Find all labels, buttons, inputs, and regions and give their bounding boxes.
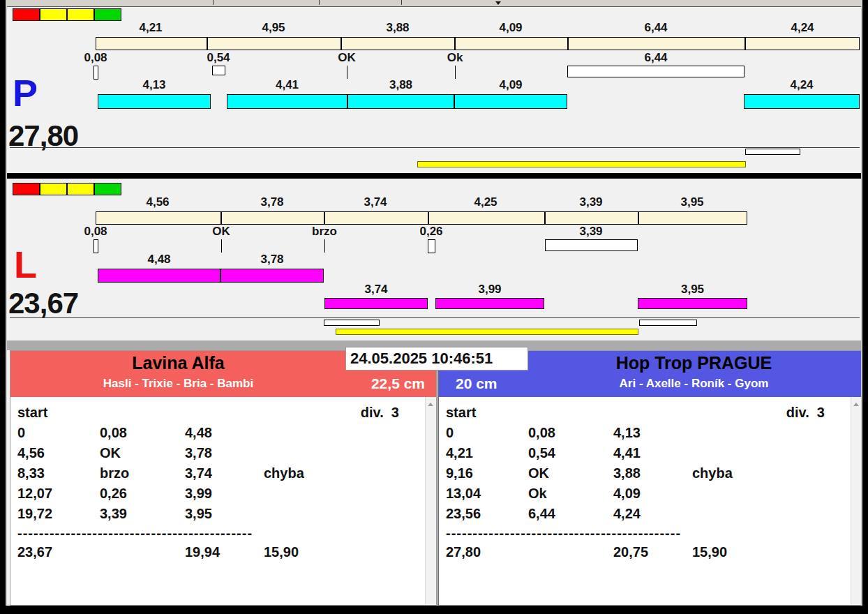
marker-yellow-bar [336, 329, 638, 335]
table-cell: 0,08 [100, 423, 127, 443]
window-edge [6, 6, 7, 606]
scrollbar[interactable] [425, 397, 436, 604]
lane-underline [10, 317, 860, 318]
table-cell: chyba [264, 463, 304, 484]
scroll-up-icon[interactable] [853, 403, 859, 406]
table-cell: 0,54 [528, 443, 555, 463]
table-total-cell: 19,94 [185, 542, 220, 562]
window-frame-right [862, 0, 868, 614]
table-cell: 0,26 [100, 484, 127, 504]
window-edge [861, 6, 862, 606]
lane-divider [6, 173, 862, 179]
table-total-cell: 15,90 [264, 542, 299, 562]
table-totals-row: 27,8020,7515,90 [439, 542, 851, 562]
run-split-bar [324, 298, 428, 309]
lane-underline [10, 147, 860, 148]
split-time-label: 3,74 [364, 196, 387, 209]
marker-white-box [639, 320, 697, 326]
table-cell: 6,44 [528, 504, 555, 524]
split-time-label: 4,21 [139, 22, 162, 34]
split-time-label: 3,88 [386, 22, 409, 34]
team-name: Hop Trop PRAGUE [527, 353, 861, 373]
table-cell: 4,24 [613, 504, 641, 524]
table-total-cell: 27,80 [446, 542, 481, 562]
status-indicator-box [67, 8, 94, 21]
table-separator: ----------------------------------------… [17, 524, 253, 542]
table-cell: 3,74 [185, 463, 212, 484]
mark-label: 0,08 [84, 52, 107, 64]
table-cell: 0,08 [528, 423, 555, 443]
split-time-label: 4,95 [262, 22, 285, 34]
mark-tick [324, 239, 325, 253]
mark-label: 0,54 [207, 52, 230, 64]
mark-slit [93, 239, 98, 253]
mark-bar [567, 66, 744, 77]
split-time-label: 3,78 [260, 196, 283, 209]
table-row: 9,16OK3,88chyba [439, 463, 851, 484]
marker-white-box [324, 320, 380, 326]
run-split-label: 3,88 [389, 79, 412, 91]
table-cell: 3,99 [185, 484, 212, 504]
run-split-label: 4,48 [147, 253, 170, 266]
table-cell: 4,41 [613, 443, 641, 463]
mark-label: 3,39 [579, 225, 602, 238]
table-row: 4,210,544,41 [439, 443, 851, 463]
mark-label: OK [212, 225, 230, 238]
split-time-label: 3,95 [680, 196, 703, 209]
table-cell: 3,88 [613, 463, 641, 484]
table-cell: OK [100, 443, 121, 463]
split-scale-tick [454, 37, 456, 50]
split-time-label: 3,39 [579, 196, 602, 209]
table-cell: 12,07 [17, 484, 52, 504]
mark-tick [455, 66, 456, 79]
window-frame-bottom [0, 606, 868, 614]
table-cell: chyba [692, 463, 733, 484]
run-split-bar [98, 94, 211, 109]
run-split-label: 3,95 [681, 283, 704, 296]
run-split-bar [638, 298, 747, 309]
table-cell: 23,56 [446, 504, 481, 524]
table-cell: brzo [100, 463, 129, 484]
mark-tick [221, 239, 222, 253]
status-indicator-box [40, 8, 67, 21]
status-indicator-box [94, 183, 121, 195]
table-row: 00,084,48 [10, 423, 426, 443]
table-row: 12,070,263,99 [10, 484, 426, 504]
table-row: 8,33brzo3,74chyba [10, 463, 426, 484]
split-scale-tick [567, 37, 569, 50]
status-indicator-box [13, 8, 40, 21]
status-indicator-box [94, 8, 121, 21]
team-members: Ari - Axelle - Roník - Gyom [527, 377, 861, 391]
mark-label: OK [338, 52, 356, 64]
split-time-label: 4,25 [474, 196, 497, 209]
split-scale-tick [544, 211, 546, 225]
run-split-label: 4,13 [142, 79, 165, 91]
run-split-label: 3,78 [260, 253, 283, 266]
table-row: 4,56OK3,78 [10, 443, 426, 463]
run-split-bar [347, 94, 454, 109]
timing-app-window: P27,804,214,953,884,096,444,240,080,54OK… [0, 0, 868, 614]
table-totals-row: 23,6719,9415,90 [10, 542, 426, 562]
table-header-row: start div. 3 [10, 403, 426, 423]
table-cell: OK [528, 463, 549, 484]
mark-label: 0,08 [84, 225, 107, 238]
status-indicator-box [40, 183, 67, 195]
jump-height-badge: 22,5 cm [371, 375, 425, 392]
table-cell: 4,56 [17, 443, 45, 463]
mark-label: 6,44 [644, 52, 667, 64]
table-header-division: div. 3 [786, 403, 825, 423]
table-cell: 0 [446, 423, 454, 443]
mark-label: 0,26 [419, 225, 442, 238]
lane-letter-P: P [13, 74, 38, 112]
run-split-label: 3,74 [364, 283, 387, 296]
split-time-label: 6,44 [644, 22, 667, 34]
scrollbar[interactable] [851, 397, 862, 604]
scroll-up-icon[interactable] [428, 403, 433, 406]
table-header-start: start [446, 403, 476, 423]
run-split-label: 4,09 [499, 79, 522, 91]
split-time-label: 4,09 [499, 22, 522, 34]
run-split-bar [220, 269, 324, 283]
split-scale-tick [744, 37, 746, 50]
table-row: 13,04Ok4,09 [439, 484, 851, 504]
table-header-row: start div. 3 [439, 403, 851, 423]
